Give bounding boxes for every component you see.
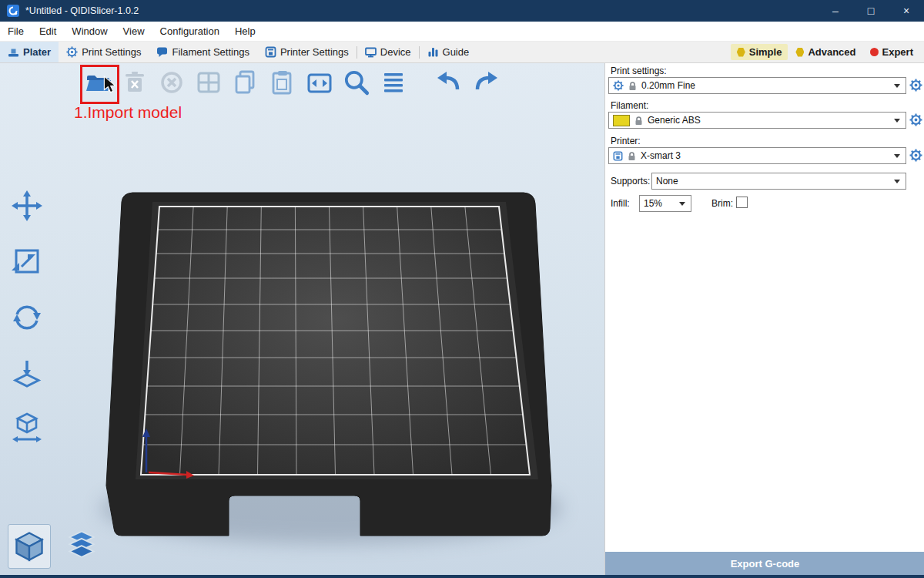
- undo-button[interactable]: [434, 68, 464, 97]
- tab-label: Guide: [443, 46, 470, 58]
- menu-help[interactable]: Help: [227, 22, 263, 41]
- supports-label: Supports:: [611, 176, 650, 187]
- print-settings-value: 0.20mm Fine: [641, 80, 695, 91]
- tab-filament-settings[interactable]: Filament Settings: [149, 42, 256, 62]
- search-button[interactable]: [342, 68, 371, 97]
- preview-layers-button[interactable]: [60, 524, 103, 569]
- chevron-down-icon: [679, 202, 685, 206]
- device-icon: [365, 46, 377, 58]
- annotation-text: 1.Import model: [74, 103, 182, 122]
- mouse-cursor-icon: [102, 76, 119, 94]
- delete-button[interactable]: [120, 68, 149, 97]
- menu-file[interactable]: File: [0, 22, 32, 41]
- printer-label: Printer:: [611, 136, 641, 146]
- menu-window[interactable]: Window: [64, 22, 115, 41]
- minimize-button[interactable]: –: [818, 0, 853, 22]
- filament-settings-icon: [156, 46, 168, 58]
- rotate-tool-button[interactable]: [9, 299, 45, 334]
- export-gcode-button[interactable]: Export G-code: [605, 552, 924, 575]
- menu-edit[interactable]: Edit: [32, 22, 64, 41]
- scale-tool-button[interactable]: [9, 244, 45, 279]
- layers-icon: [380, 69, 407, 96]
- mode-simple[interactable]: Simple: [731, 44, 788, 60]
- trash-icon: [121, 69, 149, 96]
- gear-icon: [909, 149, 922, 162]
- tab-plater[interactable]: Plater: [0, 42, 59, 62]
- printer-gear-button[interactable]: [909, 149, 923, 163]
- printer-settings-icon: [265, 46, 276, 58]
- mode-label: Expert: [882, 46, 913, 58]
- chevron-down-icon: [894, 84, 900, 88]
- delete-all-button[interactable]: [157, 68, 186, 97]
- brim-checkbox[interactable]: [736, 197, 748, 208]
- mode-label: Advanced: [808, 46, 855, 58]
- tab-guide[interactable]: Guide: [420, 42, 477, 62]
- gizmo-toolbar: [9, 188, 45, 445]
- simple-mode-icon: [737, 48, 745, 57]
- place-on-face-icon: [10, 355, 44, 389]
- 3d-view-button[interactable]: [8, 524, 51, 569]
- 3d-viewport[interactable]: 1.Import model: [0, 63, 604, 575]
- brim-label: Brim:: [711, 198, 733, 209]
- redo-button[interactable]: [471, 68, 500, 97]
- window-title: *Untitled - QIDISlicer-1.0.2: [25, 5, 139, 16]
- menu-view[interactable]: View: [116, 22, 152, 41]
- tab-label: Plater: [23, 46, 51, 58]
- print-settings-label: Print settings:: [611, 66, 667, 76]
- advanced-mode-icon: [795, 48, 804, 57]
- printer-combo[interactable]: X-smart 3: [608, 147, 906, 164]
- supports-value: None: [656, 176, 678, 187]
- print-settings-combo[interactable]: 0.20mm Fine: [608, 77, 906, 94]
- plater-icon: [8, 46, 19, 58]
- close-button[interactable]: ×: [889, 0, 924, 22]
- menu-configuration[interactable]: Configuration: [152, 22, 227, 41]
- filament-value: Generic ABS: [648, 115, 701, 126]
- arrange-icon: [195, 69, 223, 96]
- infill-combo[interactable]: 15%: [639, 195, 691, 212]
- lock-icon: [628, 81, 637, 91]
- print-settings-gear-button[interactable]: [909, 79, 923, 92]
- tab-printer-settings[interactable]: Printer Settings: [257, 42, 357, 62]
- chevron-down-icon: [894, 154, 900, 158]
- build-plate[interactable]: [0, 63, 604, 575]
- title-bar: *Untitled - QIDISlicer-1.0.2 – □ ×: [0, 0, 924, 22]
- mode-expert[interactable]: Expert: [864, 44, 919, 60]
- tab-print-settings[interactable]: Print Settings: [59, 42, 149, 62]
- mode-advanced[interactable]: Advanced: [789, 44, 862, 60]
- lock-icon: [628, 151, 636, 161]
- app-logo-icon: [7, 5, 19, 17]
- supports-combo[interactable]: None: [651, 173, 906, 190]
- redo-icon: [472, 69, 500, 96]
- move-tool-button[interactable]: [9, 188, 45, 223]
- copy-icon: [232, 69, 259, 96]
- scale-icon: [10, 244, 44, 278]
- mode-label: Simple: [749, 46, 782, 58]
- tab-label: Filament Settings: [172, 46, 249, 58]
- search-icon: [342, 68, 371, 97]
- split-objects-button[interactable]: [305, 68, 334, 97]
- filament-combo[interactable]: Generic ABS: [608, 112, 906, 129]
- place-on-face-tool-button[interactable]: [9, 355, 45, 390]
- printer-icon: [613, 151, 623, 161]
- tab-label: Printer Settings: [280, 46, 349, 58]
- tab-bar: Plater Print Settings Filament Settings …: [0, 42, 924, 63]
- gear-icon: [909, 113, 922, 126]
- tab-device[interactable]: Device: [357, 42, 419, 62]
- menu-bar: File Edit Window View Configuration Help: [0, 22, 924, 42]
- measure-tool-button[interactable]: [9, 410, 45, 445]
- filament-gear-button[interactable]: [909, 113, 923, 127]
- copy-button[interactable]: [231, 68, 260, 97]
- stacked-layers-icon: [64, 528, 99, 565]
- mode-switcher: Simple Advanced Expert: [731, 44, 924, 60]
- filament-color-swatch: [613, 115, 630, 126]
- expert-mode-icon: [870, 48, 879, 56]
- gear-icon: [613, 80, 624, 91]
- rotate-icon: [10, 300, 44, 334]
- move-icon: [10, 189, 44, 223]
- arrange-button[interactable]: [194, 68, 223, 97]
- plater-toolbar: [83, 68, 500, 97]
- maximize-button[interactable]: □: [853, 0, 889, 22]
- variable-layer-height-button[interactable]: [379, 68, 408, 97]
- paste-button[interactable]: [268, 68, 297, 97]
- tab-label: Print Settings: [82, 46, 141, 58]
